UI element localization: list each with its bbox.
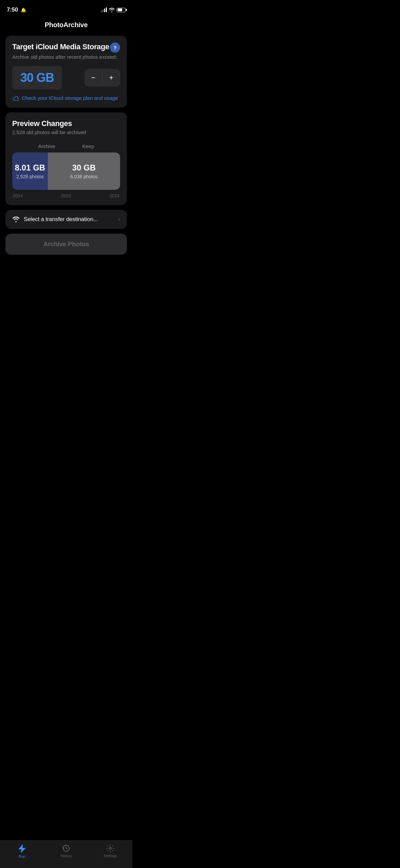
preview-changes-title: Preview Changes — [12, 119, 120, 128]
wifi-transfer-icon — [12, 217, 20, 222]
target-storage-subtitle: Archive old photos after recent photos e… — [12, 54, 120, 60]
icloud-link[interactable]: Check your iCloud storage plan and usage — [12, 95, 120, 101]
wifi-icon — [109, 8, 115, 12]
year-start: 2014 — [13, 193, 23, 198]
target-storage-card: Target iCloud Media Storage ? Archive ol… — [5, 36, 127, 108]
preview-changes-card: Preview Changes 2,528 old photos will be… — [5, 112, 127, 205]
status-time: 7:50 — [7, 6, 18, 13]
transfer-destination-card[interactable]: Select a transfer destination... › — [5, 210, 127, 229]
chart-bar: 8.01 GB 2,528 photos 30 GB 6,038 photos — [12, 152, 120, 190]
signal-icon — [101, 7, 107, 12]
mute-icon: 🔔̶ — [21, 7, 26, 13]
year-end: 2024 — [110, 193, 119, 198]
archive-count: 2,528 photos — [16, 174, 44, 179]
chevron-icon: › — [118, 216, 120, 222]
target-storage-title: Target iCloud Media Storage — [12, 42, 109, 51]
cloud-icon — [12, 96, 19, 101]
keep-label: Keep — [82, 143, 94, 149]
page-title: PhotoArchive — [0, 17, 132, 36]
target-storage-title-row: Target iCloud Media Storage ? — [12, 42, 120, 53]
decrement-button[interactable]: − — [84, 69, 102, 87]
chart-labels: Archive Keep — [12, 143, 120, 149]
help-button[interactable]: ? — [110, 42, 120, 53]
status-bar: 7:50 🔔̶ — [0, 0, 132, 17]
storage-value-box: 30 GB — [12, 66, 62, 90]
icloud-link-text: Check your iCloud storage plan and usage — [22, 95, 118, 101]
archive-bar: 8.01 GB 2,528 photos — [12, 152, 48, 190]
archive-button-label: Archive Photos — [43, 240, 89, 248]
transfer-left: Select a transfer destination... — [12, 216, 98, 223]
storage-controls: 30 GB − + — [12, 66, 120, 90]
archive-size: 8.01 GB — [15, 163, 45, 173]
status-icons — [101, 7, 126, 12]
archive-label: Archive — [38, 143, 55, 149]
archive-button[interactable]: Archive Photos — [5, 234, 127, 255]
main-content: Target iCloud Media Storage ? Archive ol… — [0, 36, 132, 293]
storage-value: 30 GB — [20, 71, 54, 85]
keep-bar: 30 GB 6,038 photos — [48, 152, 120, 190]
keep-size: 30 GB — [72, 163, 96, 173]
year-mid: 2020 — [61, 193, 71, 198]
keep-count: 6,038 photos — [70, 174, 98, 179]
increment-button[interactable]: + — [102, 69, 120, 87]
chart-years: 2014 2020 2024 — [12, 193, 120, 198]
storage-stepper[interactable]: − + — [84, 69, 120, 87]
transfer-text: Select a transfer destination... — [24, 216, 98, 223]
preview-changes-subtitle: 2,528 old photos will be archived — [12, 129, 120, 135]
battery-icon — [117, 8, 126, 12]
